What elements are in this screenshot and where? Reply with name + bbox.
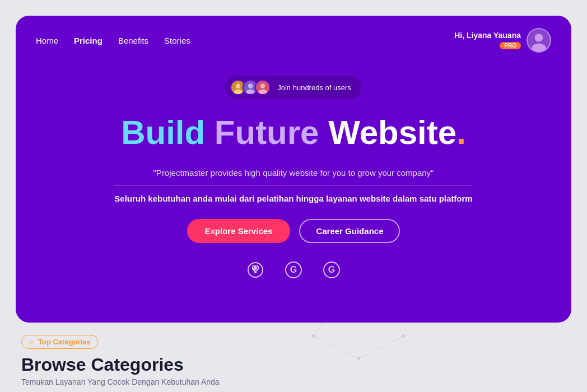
nav-pricing[interactable]: Pricing (74, 36, 103, 45)
top-categories-text: Top Categories (38, 338, 91, 346)
user-profile: Hi, Liyana Yauana PRO (454, 28, 551, 53)
svg-point-38 (248, 83, 253, 88)
main-headline: Build Future Website. (121, 114, 466, 151)
browse-categories-title: Browse Categories (21, 354, 566, 375)
nav-links: Home Pricing Benefits Stories (36, 36, 190, 45)
hero-subtitle2: Seluruh kebutuhan anda mulai dari pelati… (114, 194, 472, 203)
nav-benefits[interactable]: Benefits (118, 36, 148, 45)
svg-point-32 (535, 34, 543, 42)
partner-icon-2: G (283, 260, 304, 280)
join-avatar-3 (255, 80, 271, 95)
partner-icon-3: G (322, 260, 342, 280)
svg-text:G: G (290, 265, 297, 274)
career-guidance-button[interactable]: Career Guidance (299, 219, 400, 243)
nav-stories[interactable]: Stories (164, 36, 190, 45)
headline-website: Website (328, 114, 456, 151)
navigation: Home Pricing Benefits Stories Hi, Liyana… (16, 16, 571, 65)
cta-buttons: Explore Services Career Guidance (187, 219, 400, 243)
svg-point-35 (236, 83, 241, 88)
user-info: Hi, Liyana Yauana PRO (454, 31, 521, 50)
partner-icon-1 (245, 260, 265, 280)
join-avatars (230, 80, 271, 95)
partner-icons: G G (245, 260, 342, 280)
avatar[interactable] (527, 28, 551, 53)
join-text: Join hundreds of users (277, 83, 351, 92)
star-icon: ☆ (29, 338, 35, 346)
explore-services-button[interactable]: Explore Services (187, 219, 291, 243)
hero-content: Join hundreds of users Build Future Webs… (16, 65, 571, 280)
svg-text:G: G (328, 265, 335, 274)
user-badge: PRO (500, 42, 521, 49)
headline-future: Future (215, 114, 328, 151)
browse-categories-subtitle: Temukan Layanan Yang Cocok Dengan Kebutu… (21, 377, 566, 386)
headline-build: Build (121, 114, 215, 151)
top-categories-badge: ☆ Top Categories (21, 335, 98, 349)
hero-subtitle: "Projectmaster provides high quality web… (153, 168, 434, 178)
bottom-section: ☆ Top Categories Browse Categories Temuk… (16, 324, 571, 392)
headline-dot: . (456, 114, 466, 151)
svg-point-41 (260, 83, 265, 88)
join-pill: Join hundreds of users (226, 76, 361, 99)
hero-card: Home Pricing Benefits Stories Hi, Liyana… (16, 16, 571, 323)
divider (114, 185, 473, 186)
nav-home[interactable]: Home (36, 36, 58, 45)
user-greeting: Hi, Liyana Yauana (454, 31, 521, 40)
